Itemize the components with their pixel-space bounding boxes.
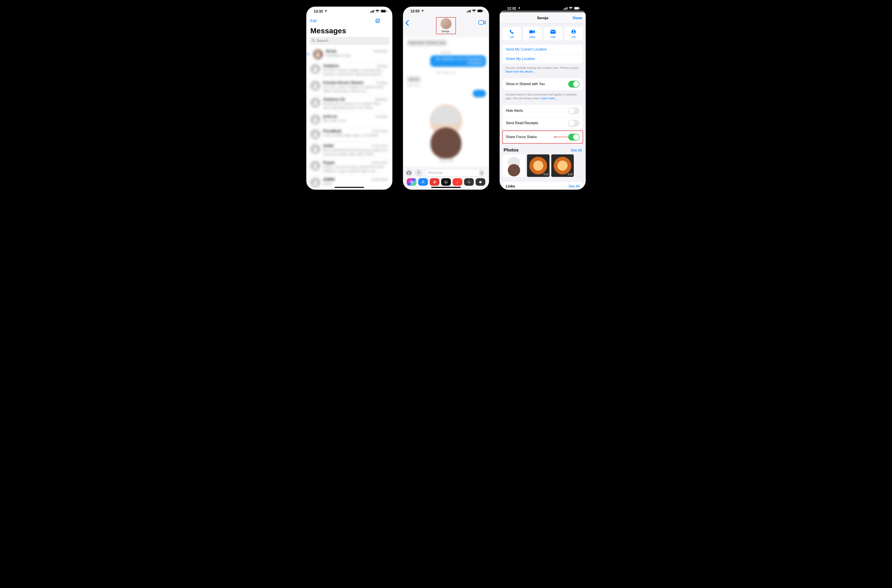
svg-rect-35 [574, 7, 579, 9]
contact-header[interactable]: Sereja [436, 17, 456, 34]
conversation-name: PrivatBank [323, 129, 342, 133]
photo-thumb[interactable]: 0:02 [527, 154, 550, 177]
call-button[interactable]: call [502, 27, 521, 40]
photos-see-all[interactable]: See All [571, 148, 582, 152]
conversation-time: 20.05.2023 › [371, 178, 389, 181]
conversation-row[interactable]: Kseniya Heroes Ukraine Sunday › Ало Ася,… [306, 78, 392, 95]
svg-point-13 [314, 100, 317, 103]
sheet-title: Sereja [537, 16, 548, 20]
home-indicator[interactable] [335, 187, 364, 188]
conversation-preview: Ваш code: 2113 [323, 119, 389, 123]
conversation-preview: Ало Ася, у мене телефон не працює ключ! … [323, 85, 389, 93]
memoji-sticker [422, 102, 470, 155]
video-icon [529, 29, 535, 34]
conversation-preview: Dariya [323, 182, 389, 186]
outgoing-bubble: iho чийсбта «iгої ♥ Перевірка Телефону [430, 56, 486, 67]
video-button[interactable]: video [523, 27, 542, 40]
info-button[interactable]: info [564, 27, 583, 40]
conversation-body: Короткого читаего для iMessage iho чийсб… [403, 36, 489, 190]
mail-button[interactable]: mail [544, 27, 563, 40]
app-chip-appstore[interactable]: A [418, 178, 428, 186]
svg-rect-1 [371, 11, 372, 13]
contact-sheet[interactable]: Sereja Done call video mail in [500, 12, 586, 190]
phone-icon [509, 29, 514, 34]
shared-with-you-toggle[interactable] [568, 81, 580, 87]
svg-rect-5 [381, 10, 385, 12]
app-chip-memoji2[interactable]: ☻ [476, 178, 485, 186]
app-chip-memoji1[interactable]: ☺ [464, 178, 474, 186]
app-chip-memoji-red[interactable]: ⊕ [429, 178, 439, 186]
share-my-location[interactable]: Share My Location [503, 54, 583, 63]
location-arrow-icon [518, 7, 521, 10]
conversation-row[interactable]: Vodafone UA Saturday › Вітаємо! Ви у Пол… [306, 95, 392, 112]
edit-button[interactable]: Edit [310, 19, 323, 23]
photos-section-header: Photos See All [500, 144, 586, 154]
wifi-icon [569, 7, 573, 10]
conversation-row[interactable]: Paypal 20.05.2023 › PayPal. You sent Ren… [306, 159, 392, 176]
app-chip-music[interactable]: ♪ [453, 178, 463, 186]
incoming-bubble: Короткого читаего для [406, 39, 448, 46]
home-indicator[interactable] [431, 187, 461, 188]
links-card: Links See All [503, 182, 583, 190]
conversation-row[interactable]: GOSH 22.05.2023 › Ви не 2600030232012015… [306, 142, 392, 159]
back-button[interactable] [405, 20, 409, 28]
conversation-name: Sereja [326, 49, 336, 53]
search-input[interactable]: Search [309, 37, 389, 45]
links-see-all[interactable]: See All [569, 184, 580, 188]
conversation-preview: PayPal. You sent Renata 2258 EUR to Anna… [323, 165, 389, 173]
learn-more-link[interactable]: Learn more… [541, 97, 557, 100]
svg-point-12 [314, 84, 317, 86]
avatar [313, 49, 323, 59]
avatar [310, 161, 320, 171]
svg-rect-21 [469, 10, 470, 12]
share-from-device-link[interactable]: Share from this device… [505, 70, 536, 73]
app-chip-photos[interactable]: ✿ [407, 178, 416, 186]
phone-conversation: 12:03 Sereja Короткого читаего для iMess… [403, 7, 489, 190]
camera-button[interactable] [405, 169, 413, 177]
svg-rect-33 [567, 7, 568, 10]
search-icon [312, 39, 315, 43]
status-time: 12:02 [507, 7, 516, 10]
read-receipts-row: Send Read Receipts [503, 117, 583, 129]
wifi-icon [375, 9, 379, 14]
photo-thumb[interactable]: 0:02 [551, 154, 574, 177]
app-chip-activity[interactable]: ◎ [441, 178, 451, 186]
conversation-row[interactable]: Sereja Yesterday › Перевірка погоди [306, 47, 392, 62]
chat-area[interactable]: Короткого читаего для iMessage iho чийсб… [403, 36, 489, 167]
svg-rect-3 [373, 10, 374, 13]
share-focus-status-toggle[interactable] [568, 134, 580, 141]
app-store-button[interactable] [415, 169, 422, 177]
svg-rect-29 [408, 171, 410, 172]
location-arrow-icon [324, 9, 327, 14]
svg-line-9 [314, 41, 315, 42]
photo-thumb[interactable] [503, 154, 525, 177]
avatar [310, 98, 320, 108]
facetime-video-icon[interactable] [478, 20, 486, 26]
send-current-location[interactable]: Send My Current Location [503, 45, 583, 54]
battery-icon [478, 9, 483, 13]
conversation-time: 22.05.2023 › [371, 144, 389, 148]
incoming-bubble: Цятув [406, 76, 422, 83]
app-strip[interactable]: ✿A⊕◎♪☺☻ [405, 177, 487, 188]
svg-rect-25 [483, 10, 483, 12]
cellular-icon [370, 9, 374, 14]
message-input[interactable]: iMessage [425, 169, 487, 177]
highlight-annotation: Share Focus Status [502, 130, 583, 144]
done-button[interactable]: Done [573, 16, 583, 20]
conversation-row[interactable]: Vodafone Sunday › Ви клієнт нашого тариф… [306, 62, 392, 78]
hide-alerts-toggle[interactable] [568, 107, 580, 114]
read-receipts-toggle[interactable] [568, 120, 580, 127]
duration-badge: 0:02 [568, 173, 573, 176]
conversation-preview: Вітаємо! Ви у Польщі чи в Україні? Мені … [323, 102, 389, 110]
alerts-card: Hide Alerts Send Read Receipts [503, 105, 583, 129]
conversation-list[interactable]: Sereja Yesterday › Перевірка погоди Voda… [306, 47, 392, 190]
dictate-icon[interactable] [479, 170, 485, 176]
conversation-row[interactable]: prom.ua Tuesday › Ваш code: 2113 [306, 112, 392, 127]
conversation-row[interactable]: PrivatBank 22.05.2023 › 19.05.14.2009 Vi… [306, 127, 392, 142]
location-card: Send My Current Location Share My Locati… [503, 45, 583, 63]
photos-row[interactable]: 0:020:02 [500, 154, 586, 180]
compose-icon[interactable] [375, 18, 388, 24]
links-row[interactable]: Links See All [503, 182, 583, 190]
conversation-name: GOSH [323, 144, 333, 148]
status-icons [370, 9, 387, 14]
